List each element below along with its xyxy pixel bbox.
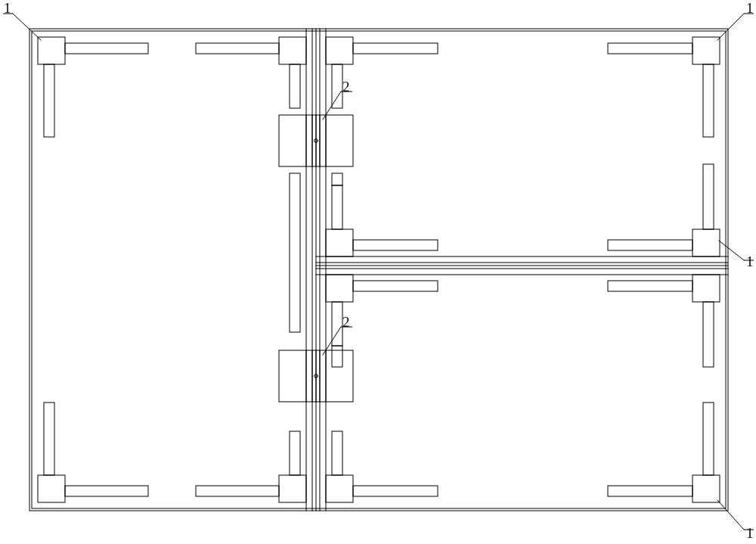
leader-underlines	[0, 0, 756, 544]
